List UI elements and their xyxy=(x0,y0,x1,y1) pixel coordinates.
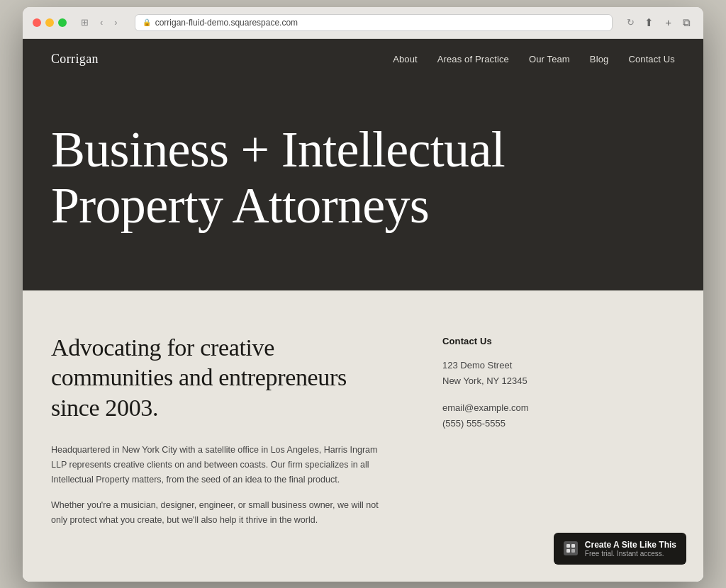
tagline: Advocating for creative communities and … xyxy=(51,333,400,424)
contact-email[interactable]: email@example.com xyxy=(442,400,675,416)
content-right: Contact Us 123 Demo Street New York, NY … xyxy=(442,333,675,539)
lock-icon: 🔒 xyxy=(143,18,151,26)
badge-main-text: Create A Site Like This xyxy=(585,540,676,550)
nav-our-team[interactable]: Our Team xyxy=(529,54,570,64)
browser-actions: ⬆ + ⧉ xyxy=(642,15,693,30)
contact-heading: Contact Us xyxy=(442,336,675,346)
svg-rect-3 xyxy=(571,549,575,553)
nav-about[interactable]: About xyxy=(393,54,418,64)
site-logo[interactable]: Corrigan xyxy=(51,52,99,67)
svg-rect-0 xyxy=(566,544,570,548)
window-toggle-button[interactable]: ⊞ xyxy=(78,16,91,28)
new-tab-button[interactable]: + xyxy=(662,15,674,30)
svg-rect-1 xyxy=(571,544,575,548)
hero-section: Business + Intellectual Property Attorne… xyxy=(23,79,703,290)
maximize-button[interactable] xyxy=(58,18,67,27)
nav-areas-of-practice[interactable]: Areas of Practice xyxy=(437,54,509,64)
traffic-lights xyxy=(33,18,67,27)
nav-contact-us[interactable]: Contact Us xyxy=(628,54,675,64)
squarespace-icon xyxy=(564,541,578,555)
browser-window: ⊞ ‹ › 🔒 corrigan-fluid-demo.squarespace.… xyxy=(23,7,703,582)
refresh-button[interactable]: ↻ xyxy=(627,17,635,28)
svg-rect-2 xyxy=(566,549,570,553)
content-left: Advocating for creative communities and … xyxy=(51,333,400,539)
address-bar[interactable]: 🔒 corrigan-fluid-demo.squarespace.com xyxy=(135,14,613,31)
browser-chrome: ⊞ ‹ › 🔒 corrigan-fluid-demo.squarespace.… xyxy=(23,7,703,39)
website-content: Corrigan About Areas of Practice Our Tea… xyxy=(23,39,703,582)
address-line1: 123 Demo Street xyxy=(442,360,512,371)
body-paragraph-2: Whether you're a musician, designer, eng… xyxy=(51,498,391,527)
browser-controls: ⊞ ‹ › xyxy=(78,16,121,28)
url-text: corrigan-fluid-demo.squarespace.com xyxy=(155,18,298,28)
contact-address: 123 Demo Street New York, NY 12345 xyxy=(442,358,675,389)
body-paragraph-1: Headquartered in New York City with a sa… xyxy=(51,443,391,487)
hero-title: Business + Intellectual Property Attorne… xyxy=(51,122,533,234)
forward-button[interactable]: › xyxy=(111,16,120,28)
badge-sub-text: Free trial. Instant access. xyxy=(585,550,676,558)
site-nav: About Areas of Practice Our Team Blog Co… xyxy=(393,54,675,64)
share-button[interactable]: ⬆ xyxy=(642,15,657,30)
nav-blog[interactable]: Blog xyxy=(590,54,609,64)
minimize-button[interactable] xyxy=(45,18,54,27)
close-button[interactable] xyxy=(33,18,41,27)
badge-text: Create A Site Like This Free trial. Inst… xyxy=(585,540,676,558)
content-section-wrapper: Advocating for creative communities and … xyxy=(23,290,703,582)
contact-info: email@example.com (555) 555-5555 xyxy=(442,400,675,431)
back-button[interactable]: ‹ xyxy=(97,16,106,28)
squarespace-badge[interactable]: Create A Site Like This Free trial. Inst… xyxy=(554,533,686,565)
address-line2: New York, NY 12345 xyxy=(442,375,527,386)
tabs-button[interactable]: ⧉ xyxy=(680,15,693,30)
contact-phone: (555) 555-5555 xyxy=(442,416,675,431)
site-header: Corrigan About Areas of Practice Our Tea… xyxy=(23,39,703,79)
